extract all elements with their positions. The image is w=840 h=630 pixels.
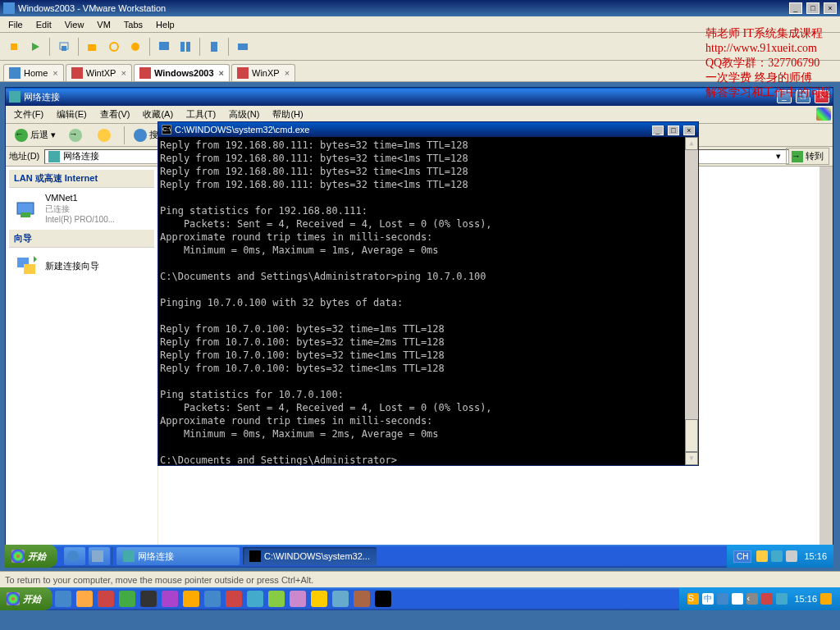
up-button[interactable] <box>92 126 119 144</box>
tab-windows2003[interactable]: Windows2003× <box>134 64 230 81</box>
forward-button[interactable]: → <box>63 126 90 144</box>
minimize-button[interactable]: _ <box>789 2 802 14</box>
explorer-close[interactable]: × <box>815 90 829 103</box>
power-button[interactable] <box>5 38 23 56</box>
ql-app-icon[interactable] <box>332 591 349 607</box>
tray-icon[interactable] <box>732 593 743 605</box>
network-icon <box>9 91 21 103</box>
tray-icon[interactable] <box>776 593 788 605</box>
revert-button[interactable] <box>105 38 123 56</box>
menu-tabs[interactable]: Tabs <box>117 18 149 31</box>
cmd-minimize[interactable]: _ <box>652 126 664 135</box>
console-button[interactable] <box>205 38 223 56</box>
emenu-adv[interactable]: 高级(N) <box>222 107 266 122</box>
tray-icon[interactable] <box>820 593 832 605</box>
tray-icon[interactable] <box>717 593 728 605</box>
snapshot-button[interactable] <box>55 38 73 56</box>
menu-help[interactable]: Help <box>149 18 181 31</box>
vmnet1-item[interactable]: VMNet1 已连接 Intel(R) PRO/100... <box>9 188 154 230</box>
ql-app-icon[interactable] <box>204 591 221 607</box>
svg-rect-7 <box>159 42 169 50</box>
ql-qq-icon[interactable] <box>140 591 157 607</box>
go-button[interactable]: →转到 <box>786 148 829 165</box>
ql-vmware-icon[interactable] <box>226 591 242 607</box>
svg-rect-11 <box>238 43 248 50</box>
tray-volume-icon[interactable] <box>786 550 797 562</box>
ql-app-icon[interactable] <box>98 591 114 607</box>
host-clock[interactable]: 15:16 <box>794 594 817 604</box>
snapshot-mgr-button[interactable] <box>84 38 102 56</box>
scrollbar[interactable] <box>819 167 833 546</box>
windows-flag-icon <box>816 107 831 121</box>
task-network[interactable]: 网络连接 <box>116 547 240 565</box>
tab-close-icon[interactable]: × <box>121 68 126 78</box>
back-button[interactable]: ←后退▾ <box>9 126 62 144</box>
tray-icon[interactable] <box>761 593 773 605</box>
svg-rect-3 <box>62 46 66 51</box>
tab-winxp[interactable]: WinXP× <box>231 64 295 81</box>
explorer-minimize[interactable]: _ <box>777 90 792 103</box>
emenu-view[interactable]: 查看(V) <box>94 107 137 122</box>
tab-close-icon[interactable]: × <box>285 68 290 78</box>
host-start-button[interactable]: 开始 <box>0 587 52 610</box>
ql-cmd-icon[interactable] <box>375 591 391 607</box>
guest-desktop[interactable]: 网络连接 _ □ × 文件(F) 编辑(E) 查看(V) 收藏(A) 工具(T)… <box>5 87 833 568</box>
tray-ime-icon[interactable]: 中 <box>702 593 714 605</box>
menu-view[interactable]: View <box>58 18 91 31</box>
ql-app-icon[interactable] <box>290 591 306 607</box>
vmware-toolbar <box>0 33 840 61</box>
new-connection-wizard[interactable]: 新建连接向导 <box>9 248 154 284</box>
connections-list: LAN 或高速 Internet VMNet1 已连接 Intel(R) PRO… <box>6 167 158 546</box>
cmd-scrollbar[interactable]: ▲ ▼ <box>685 137 698 465</box>
menu-edit[interactable]: Edit <box>30 18 58 31</box>
cmd-close[interactable]: × <box>683 126 695 135</box>
ql-app-icon[interactable] <box>247 591 263 607</box>
emenu-tools[interactable]: 工具(T) <box>180 107 222 122</box>
ql-app-icon[interactable] <box>119 591 135 607</box>
tray-security-icon[interactable] <box>756 550 768 562</box>
cmd-output[interactable]: Reply from 192.168.80.111: bytes=32 time… <box>158 137 698 465</box>
emenu-fav[interactable]: 收藏(A) <box>136 107 180 122</box>
language-indicator[interactable]: CH <box>733 550 751 563</box>
cmd-maximize[interactable]: □ <box>668 126 679 135</box>
ql-app-icon[interactable] <box>311 591 327 607</box>
menu-vm[interactable]: VM <box>90 18 117 31</box>
tab-close-icon[interactable]: × <box>52 68 57 78</box>
quick-ie[interactable] <box>64 547 85 565</box>
unity-button[interactable] <box>176 38 194 56</box>
task-cmd[interactable]: C:\WINDOWS\system32... <box>243 547 377 565</box>
manage-button[interactable] <box>126 38 144 56</box>
tab-close-icon[interactable]: × <box>219 68 224 78</box>
tray-sogou-icon[interactable]: S <box>687 593 699 605</box>
emenu-help[interactable]: 帮助(H) <box>266 107 309 122</box>
ql-app-icon[interactable] <box>354 591 370 607</box>
scroll-down-icon[interactable]: ▼ <box>685 452 698 465</box>
quick-desktop[interactable] <box>89 547 110 565</box>
emenu-edit[interactable]: 编辑(E) <box>50 107 94 122</box>
tray-expand-icon[interactable]: ‹ <box>746 593 758 605</box>
ql-app-icon[interactable] <box>162 591 178 607</box>
ql-ie-icon[interactable] <box>55 591 71 607</box>
play-button[interactable] <box>26 38 44 56</box>
ql-folder-icon[interactable] <box>76 591 93 607</box>
guest-tray: CH 15:16 <box>727 545 833 568</box>
tab-home[interactable]: Home× <box>3 64 64 81</box>
close-button[interactable]: × <box>824 2 837 14</box>
fullscreen-button[interactable] <box>155 38 173 56</box>
guest-start-button[interactable]: 开始 <box>5 545 57 568</box>
tray-network-icon[interactable] <box>771 550 783 562</box>
emenu-file[interactable]: 文件(F) <box>7 107 50 122</box>
scroll-thumb[interactable] <box>685 419 698 452</box>
explorer-titlebar[interactable]: 网络连接 _ □ × <box>6 88 833 106</box>
ql-app-icon[interactable] <box>268 591 285 607</box>
cmd-titlebar[interactable]: C:\ C:\WINDOWS\system32\cmd.exe _ □ × <box>158 122 698 137</box>
svg-rect-4 <box>88 44 96 51</box>
explorer-maximize[interactable]: □ <box>796 90 810 103</box>
ql-app-icon[interactable] <box>183 591 199 607</box>
maximize-button[interactable]: □ <box>806 2 819 14</box>
guest-clock[interactable]: 15:16 <box>804 551 827 561</box>
tab-wintxp[interactable]: WintXP× <box>66 64 132 81</box>
menu-file[interactable]: File <box>2 18 30 31</box>
thumbnail-button[interactable] <box>234 38 252 56</box>
scroll-up-icon[interactable]: ▲ <box>685 137 698 150</box>
